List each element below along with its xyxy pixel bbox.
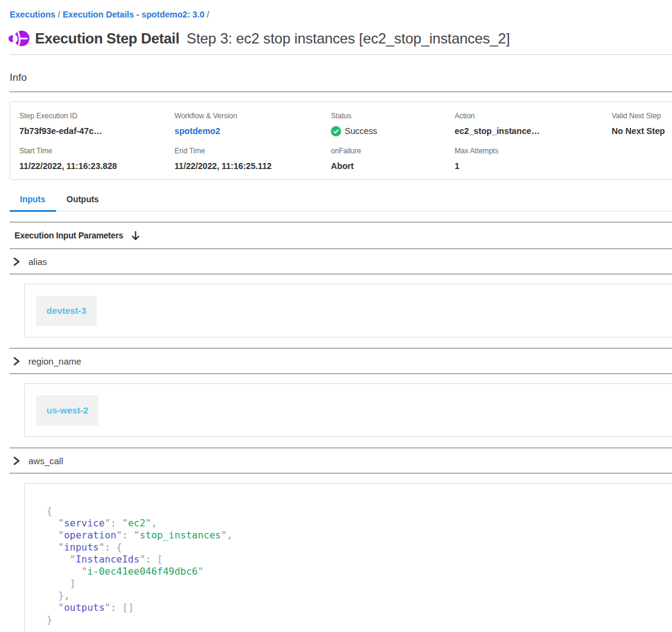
page-subtitle: Step 3: ec2 stop instances [ec2_stop_ins… — [187, 30, 510, 47]
param-value-panel-region_name: us-west-2 — [24, 383, 672, 437]
app-logo-icon — [8, 30, 30, 47]
info-field-max-attempts: Max Attempts1 — [455, 146, 612, 172]
title-divider — [10, 54, 672, 55]
info-field-end-time: End Time11/22/2022, 11:16:25.112 — [174, 146, 331, 172]
chevron-right-icon — [13, 356, 21, 366]
info-field-onfailure: onFailureAbort — [331, 146, 455, 172]
param-name: alias — [28, 257, 47, 267]
breadcrumb-trailing-separator: / — [205, 10, 212, 19]
info-divider — [10, 91, 672, 92]
info-field-step-execution-id: Step Execution ID7b73f93e-edaf-47c… — [19, 111, 174, 137]
field-label: Action — [455, 111, 612, 121]
param-value-panel-aws_call: { "service": "ec2", "operation": "stop_i… — [24, 483, 672, 632]
param-row-region_name[interactable]: region_name — [10, 348, 672, 374]
param-name: region_name — [28, 356, 82, 366]
field-value: No Next Step — [612, 125, 672, 137]
breadcrumb-link-executions[interactable]: Executions — [10, 10, 56, 19]
param-row-alias[interactable]: alias — [10, 248, 672, 275]
chevron-right-icon — [13, 257, 21, 267]
page-title: Execution Step Detail — [35, 30, 179, 47]
param-value-panel-alias: devtest-3 — [24, 284, 672, 337]
info-field-valid-next-step: Valid Next StepNo Next Step — [612, 111, 672, 137]
field-value: 11/22/2022, 11:16:23.828 — [19, 160, 174, 172]
breadcrumb-link-execution-details[interactable]: Execution Details - spotdemo2: 3.0 — [63, 10, 205, 19]
field-label: End Time — [174, 146, 331, 156]
field-label: Step Execution ID — [19, 111, 174, 121]
field-value[interactable]: spotdemo2 — [174, 125, 331, 137]
breadcrumb: Executions/Execution Details - spotdemo2… — [10, 10, 672, 19]
field-value: 7b73f93e-edaf-47c… — [19, 125, 174, 137]
info-field-workflow-version: Workflow & Versionspotdemo2 — [174, 111, 331, 137]
info-field-start-time: Start Time11/22/2022, 11:16:23.828 — [19, 146, 174, 172]
field-value: Abort — [331, 160, 455, 172]
param-row-aws_call[interactable]: aws_call — [10, 447, 672, 474]
field-label: Start Time — [19, 146, 174, 156]
value-chip[interactable]: devtest-3 — [36, 296, 97, 326]
tabs: Inputs Outputs — [10, 191, 672, 211]
parameters-header: Execution Input Parameters — [10, 223, 672, 248]
execution-step-detail-page: Executions/Execution Details - spotdemo2… — [0, 10, 672, 632]
info-card: Step Execution ID7b73f93e-edaf-47c…Workf… — [10, 101, 672, 180]
check-circle-icon — [331, 126, 341, 136]
json-code-block: { "service": "ec2", "operation": "stop_i… — [46, 505, 653, 626]
field-value: 1 — [455, 160, 612, 172]
chevron-right-icon — [13, 456, 21, 466]
breadcrumb-separator: / — [56, 10, 63, 19]
info-field-status: StatusSuccess — [331, 111, 455, 137]
info-section-label: Info — [10, 71, 672, 85]
field-label: onFailure — [331, 146, 455, 156]
field-value: ec2_stop_instance… — [455, 125, 612, 137]
param-name: aws_call — [28, 456, 63, 466]
tab-inputs[interactable]: Inputs — [10, 191, 56, 211]
title-row: Execution Step Detail Step 3: ec2 stop i… — [10, 30, 672, 48]
parameters-header-label: Execution Input Parameters — [14, 231, 123, 240]
field-label: Max Attempts — [455, 146, 612, 156]
field-label: Workflow & Version — [174, 111, 331, 121]
tab-outputs[interactable]: Outputs — [56, 191, 110, 211]
field-label: Status — [331, 111, 455, 121]
value-chip[interactable]: us-west-2 — [36, 395, 98, 426]
arrow-down-icon[interactable] — [132, 231, 139, 240]
field-label: Valid Next Step — [612, 111, 672, 121]
info-field-action: Actionec2_stop_instance… — [455, 111, 612, 137]
field-value: 11/22/2022, 11:16:25.112 — [174, 160, 331, 172]
field-value: Success — [331, 125, 455, 137]
